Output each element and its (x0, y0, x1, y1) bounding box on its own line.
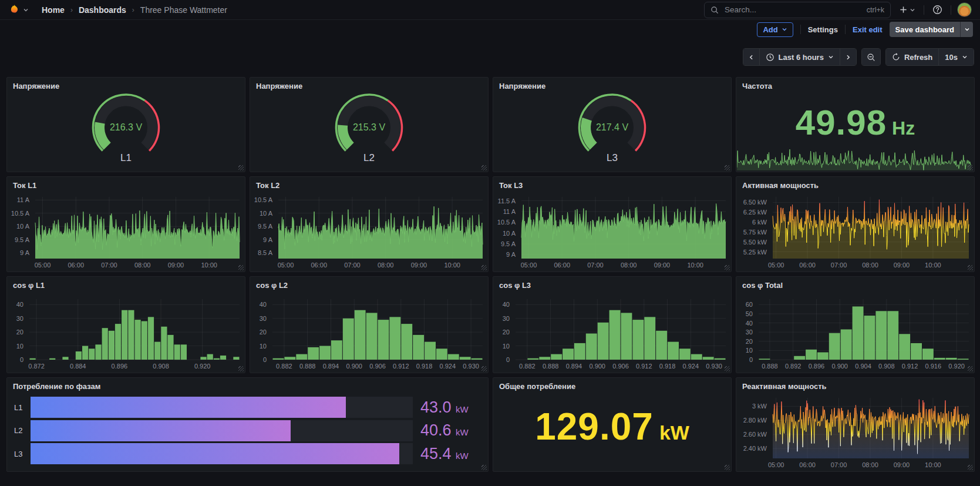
time-shift-forward-button[interactable] (840, 49, 856, 65)
voltage-l1-gauge[interactable]: 216.3 V (7, 92, 245, 152)
time-shift-back-button[interactable] (743, 49, 759, 65)
panel-resize-handle[interactable] (481, 165, 487, 170)
time-range-group: Last 6 hours (743, 48, 857, 66)
x-axis-label: 0.896 (809, 362, 825, 370)
current-l1-chart[interactable]: 11 A10.5 A10 A9.5 A9 A05:0006:0007:0008:… (9, 193, 242, 269)
panel-title[interactable]: Частота (742, 82, 772, 91)
x-axis-label: 0.894 (566, 362, 582, 370)
bar-track[interactable] (31, 397, 413, 418)
exit-edit-button[interactable]: Exit edit (853, 25, 883, 34)
panel-title[interactable]: Ток L2 (256, 181, 279, 190)
search-icon (710, 6, 719, 14)
panel-resize-handle[interactable] (725, 265, 730, 270)
panel-title[interactable]: Напряжение (13, 82, 59, 91)
add-menu-button[interactable] (897, 3, 918, 16)
y-axis-label: 10.5 A (9, 209, 29, 217)
panel-title[interactable]: Ток L3 (499, 181, 523, 190)
breadcrumb-dashboards[interactable]: Dashboards (79, 5, 126, 15)
panel-title[interactable]: Активная мощность (742, 181, 819, 190)
current-l3-chart[interactable]: 11.5 A11 A10.5 A10 A9.5 A9 A05:0006:0007… (496, 193, 728, 269)
panel-resize-handle[interactable] (481, 265, 487, 270)
save-dashboard-button[interactable]: Save dashboard (890, 22, 960, 37)
breadcrumb-home[interactable]: Home (42, 5, 65, 15)
x-axis-label: 0.892 (785, 362, 801, 370)
divider (800, 25, 801, 34)
y-axis-label: 10.5 A (252, 196, 272, 204)
x-axis-label: 05:00 (768, 261, 784, 269)
panel-resize-handle[interactable] (481, 366, 487, 371)
cos-phi-l1-histogram[interactable]: 4030201000.8720.8840.8960.9080.920 (9, 294, 242, 370)
panel-resize-handle[interactable] (968, 265, 973, 270)
add-panel-button[interactable]: Add (757, 22, 793, 37)
divider (951, 5, 951, 15)
panel-title[interactable]: Напряжение (499, 82, 545, 91)
reactive-power-chart[interactable]: 3 kW2.80 kW2.60 kW2.40 kW05:0006:0007:00… (739, 394, 971, 469)
x-axis-label: 0.884 (70, 362, 86, 370)
bar-track[interactable] (31, 420, 413, 441)
zoom-out-button[interactable] (862, 49, 880, 65)
panel-voltage-l2: Напряжение 215.3 V L2 (250, 77, 489, 172)
panel-title[interactable]: cos φ L1 (13, 281, 45, 290)
y-axis-label: 9.5 A (9, 236, 29, 244)
panel-reactive-power: Реактивная мощность 3 kW2.80 kW2.60 kW2.… (736, 377, 975, 472)
save-dashboard-caret-button[interactable] (960, 22, 973, 37)
user-avatar[interactable] (957, 2, 972, 17)
help-button[interactable] (930, 2, 945, 17)
cos-phi-l3-histogram[interactable]: 4030201000.8820.8880.8940.9000.9060.9120… (496, 294, 728, 370)
panel-title[interactable]: cos φ L3 (499, 281, 531, 290)
current-l2-chart[interactable]: 10.5 A10 A9.5 A9 A8.5 A05:0006:0007:0008… (252, 193, 485, 269)
cos-phi-l2-histogram[interactable]: 4030201000.8820.8880.8940.9000.9060.9120… (252, 294, 485, 370)
refresh-interval-picker[interactable]: 10s (938, 49, 974, 65)
refresh-icon (892, 53, 900, 61)
panel-resize-handle[interactable] (238, 165, 244, 170)
voltage-l3-gauge[interactable]: 217.4 V (493, 92, 731, 152)
panel-resize-handle[interactable] (238, 366, 244, 371)
panel-resize-handle[interactable] (968, 366, 973, 371)
panel-title[interactable]: Общее потребление (499, 382, 575, 391)
search-box[interactable]: ctrl+k (704, 2, 891, 18)
bar-gauge-row: L1 43.0 kW (14, 397, 482, 418)
time-range-picker[interactable]: Last 6 hours (759, 49, 840, 65)
cos-phi-total-histogram[interactable]: 60504030201000.8880.8920.8960.9000.9040.… (739, 294, 971, 370)
panel-frequency: Частота 49.98 Hz (736, 77, 975, 172)
panel-resize-handle[interactable] (725, 366, 730, 371)
breadcrumb-separator: › (70, 6, 73, 14)
panel-title[interactable]: cos φ Total (742, 281, 783, 290)
stat-value: 49.98 (796, 102, 887, 143)
panel-resize-handle[interactable] (725, 465, 730, 470)
refresh-button[interactable]: Refresh (886, 49, 938, 65)
panel-title[interactable]: Ток L1 (13, 181, 36, 190)
x-axis-label: 06:00 (554, 261, 570, 269)
x-axis-label: 0.918 (416, 362, 433, 370)
panel-title[interactable]: Реактивная мощность (742, 382, 827, 391)
y-axis-label: 40 (496, 300, 510, 309)
y-axis-label: 11 A (9, 196, 29, 204)
panel-resize-handle[interactable] (968, 165, 973, 170)
bar-fill (31, 420, 291, 441)
grafana-logo-button[interactable] (8, 4, 29, 16)
divider (845, 25, 846, 34)
panel-resize-handle[interactable] (968, 465, 973, 470)
total-consumption-stat: 129.07 kW (493, 405, 731, 448)
bar-track[interactable] (31, 443, 413, 464)
frequency-sparkline[interactable] (737, 138, 974, 171)
search-input[interactable] (723, 5, 862, 15)
y-axis-label: 10 (739, 346, 753, 354)
voltage-l2-gauge[interactable]: 215.3 V (250, 92, 488, 152)
gauge-phase-label: L1 (7, 152, 245, 164)
panel-resize-handle[interactable] (725, 165, 730, 170)
bar-value-number: 40.6 (420, 421, 452, 439)
y-axis-label: 5.25 kW (739, 248, 767, 256)
x-axis-label: 10:00 (925, 261, 941, 269)
gauge-phase-label: L2 (250, 152, 488, 164)
panel-cos-phi-l1: cos φ L1 4030201000.8720.8840.8960.9080.… (6, 276, 245, 373)
panel-title[interactable]: Потребление по фазам (13, 382, 100, 391)
panel-resize-handle[interactable] (238, 265, 244, 270)
settings-button[interactable]: Settings (808, 25, 838, 34)
panel-resize-handle[interactable] (481, 465, 487, 470)
plus-icon (899, 5, 908, 14)
panel-title[interactable]: cos φ L2 (256, 281, 288, 290)
active-power-chart[interactable]: 6.50 kW6.25 kW6 kW5.75 kW5.50 kW5.25 kW0… (739, 193, 971, 269)
x-axis-label: 05:00 (278, 261, 294, 269)
panel-title[interactable]: Напряжение (256, 82, 302, 91)
